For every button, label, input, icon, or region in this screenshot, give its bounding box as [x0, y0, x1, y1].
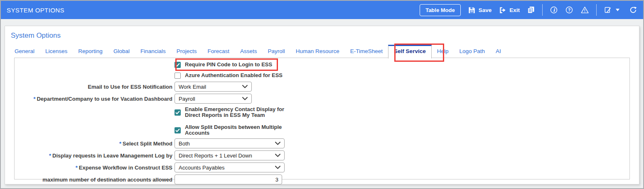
warning-icon: [580, 6, 589, 14]
split-deposits-label: Allow Split Deposits between Multiple Ac…: [185, 124, 297, 136]
window-title: SYSTEM OPTIONS: [7, 7, 64, 14]
ess-email-label: Email to Use for ESS Notification: [88, 84, 172, 90]
require-pin-checkbox[interactable]: [175, 62, 181, 68]
chevron-down-icon: [242, 85, 248, 88]
self-service-tab-content: Require PIN Code to Login to ESS Azure A…: [14, 58, 630, 179]
titlebar: SYSTEM OPTIONS Table Mode Save: [1, 1, 643, 19]
edit-dropdown-caret[interactable]: [616, 9, 619, 11]
tab-financials[interactable]: Financials: [135, 45, 171, 58]
leave-log-select[interactable]: Direct Reports + 1 Level Down: [175, 150, 285, 160]
tab-global[interactable]: Global: [108, 45, 135, 58]
row-expense-workflow: *Expense Workflow in Construct ESS Accou…: [15, 162, 629, 172]
system-options-panel: System Options General Licenses Reportin…: [5, 26, 639, 184]
edit-icon: [604, 6, 612, 14]
svg-text:i: i: [553, 7, 555, 13]
tab-licenses[interactable]: Licenses: [40, 45, 73, 58]
svg-text:?: ?: [568, 8, 570, 12]
check-icon: [175, 111, 180, 114]
tab-forecast[interactable]: Forecast: [202, 45, 235, 58]
help-button[interactable]: ?: [565, 6, 573, 14]
exit-icon: [499, 6, 506, 14]
row-emergency-contact: Enable Emergency Contact Display for Dir…: [15, 106, 629, 119]
system-options-window: SYSTEM OPTIONS Table Mode Save: [0, 0, 644, 189]
leave-log-label: Display requests in Leave Management Log…: [52, 153, 172, 159]
expense-workflow-value: Accounts Payables: [179, 165, 225, 171]
row-leave-log: *Display requests in Leave Management Lo…: [15, 150, 629, 160]
split-method-value: Both: [179, 141, 190, 147]
info-button[interactable]: i: [550, 6, 558, 14]
tab-e-timesheet[interactable]: E-TimeSheet: [345, 45, 388, 58]
require-pin-label: Require PIN Code to Login to ESS: [185, 62, 272, 68]
emergency-contact-checkbox[interactable]: [175, 109, 181, 116]
required-marker: *: [76, 165, 78, 171]
split-deposits-checkbox[interactable]: [175, 127, 181, 133]
vacation-dept-label: Department/Company to use for Vacation D…: [37, 96, 172, 102]
required-marker: *: [33, 96, 35, 102]
max-accounts-label: maximum number of destination accounts a…: [42, 177, 172, 183]
max-accounts-input[interactable]: [175, 174, 282, 184]
row-split-deposits: Allow Split Deposits between Multiple Ac…: [15, 124, 629, 136]
info-icon: i: [550, 6, 558, 14]
titlebar-actions: Table Mode Save: [420, 4, 637, 16]
row-split-method: *Select Split Method Both: [15, 138, 629, 148]
titlebar-divider: [542, 4, 543, 16]
chevron-down-icon: [275, 154, 280, 157]
vacation-dept-value: Payroll: [179, 96, 195, 102]
tab-bar: General Licenses Reporting Global Financ…: [9, 45, 639, 58]
vacation-dept-select[interactable]: Payroll: [175, 94, 252, 104]
chevron-down-icon: [275, 166, 280, 169]
save-button[interactable]: Save: [468, 6, 492, 14]
caret-down-icon: [616, 9, 619, 11]
split-method-label: Select Split Method: [123, 141, 172, 147]
row-azure-auth: Azure Authentication Enabled for ESS: [15, 71, 629, 80]
tab-logo-path[interactable]: Logo Path: [454, 45, 490, 58]
tab-reporting[interactable]: Reporting: [73, 45, 108, 58]
exit-button[interactable]: Exit: [499, 6, 520, 14]
chevron-down-icon: [275, 142, 280, 145]
edit-form-button[interactable]: [604, 6, 612, 14]
expense-workflow-select[interactable]: Accounts Payables: [175, 162, 285, 172]
row-ess-email: Email to Use for ESS Notification Work E…: [15, 82, 629, 92]
refresh-button[interactable]: [629, 6, 637, 14]
row-max-accounts: maximum number of destination accounts a…: [15, 174, 629, 184]
help-icon: ?: [565, 6, 573, 14]
tab-projects[interactable]: Projects: [171, 45, 202, 58]
expense-workflow-label: Expense Workflow in Construct ESS: [79, 165, 172, 171]
save-icon: [468, 6, 476, 14]
row-vacation-dept: *Department/Company to use for Vacation …: [15, 94, 629, 104]
save-label: Save: [479, 7, 492, 13]
tab-human-resource[interactable]: Human Resource: [290, 45, 345, 58]
warning-button[interactable]: [580, 6, 589, 14]
required-marker: *: [119, 141, 121, 147]
chevron-down-icon: [242, 97, 248, 100]
leave-log-value: Direct Reports + 1 Level Down: [179, 153, 252, 159]
exit-label: Exit: [509, 7, 520, 13]
tab-payroll[interactable]: Payroll: [263, 45, 290, 58]
tab-ai[interactable]: AI: [490, 45, 506, 58]
ess-email-select[interactable]: Work Email: [175, 82, 252, 92]
check-icon: [175, 128, 180, 132]
azure-auth-checkbox[interactable]: [175, 73, 181, 79]
titlebar-divider: [596, 4, 597, 16]
check-icon: [175, 63, 180, 67]
azure-auth-label: Azure Authentication Enabled for ESS: [185, 73, 283, 78]
tab-general[interactable]: General: [9, 45, 40, 58]
row-require-pin: Require PIN Code to Login to ESS: [15, 59, 629, 70]
tab-self-service[interactable]: Self Service: [388, 45, 432, 58]
page-title: System Options: [5, 26, 639, 40]
ess-email-value: Work Email: [179, 84, 206, 90]
tab-help[interactable]: Help: [432, 45, 454, 58]
split-method-select[interactable]: Both: [175, 138, 285, 148]
required-marker: *: [49, 153, 51, 159]
emergency-contact-label: Enable Emergency Contact Display for Dir…: [185, 107, 297, 118]
table-mode-button[interactable]: Table Mode: [420, 4, 461, 16]
copy-pages-icon: [527, 6, 535, 14]
tab-assets[interactable]: Assets: [235, 45, 263, 58]
copy-pages-button[interactable]: [527, 6, 535, 14]
refresh-icon: [629, 6, 637, 14]
